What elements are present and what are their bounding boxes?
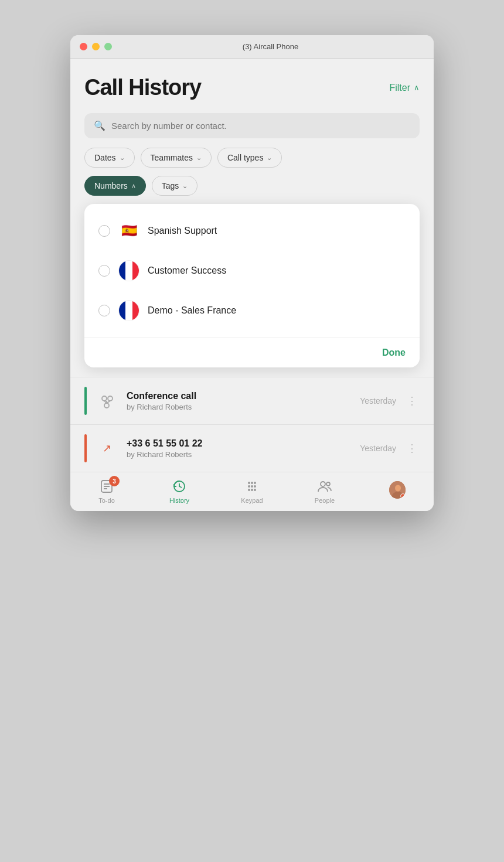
search-input[interactable] xyxy=(111,121,410,131)
more-options-icon[interactable]: ⋮ xyxy=(404,439,420,457)
minimize-button[interactable] xyxy=(92,43,100,50)
todo-label: To-do xyxy=(98,497,115,504)
avatar xyxy=(389,481,406,499)
dropdown-list: 🇪🇸 Spanish Support Customer Success xyxy=(84,204,420,338)
customer-success-label: Customer Success xyxy=(148,265,226,276)
dates-chevron-icon: ⌄ xyxy=(120,154,125,162)
dates-label: Dates xyxy=(94,153,116,162)
filter-label: Filter xyxy=(389,83,410,93)
call-list: Conference call by Richard Roberts Yeste… xyxy=(70,377,434,472)
svg-point-18 xyxy=(251,489,253,491)
svg-point-2 xyxy=(104,403,109,408)
bottom-nav: 3 To-do History xyxy=(70,472,434,511)
svg-point-20 xyxy=(321,482,325,486)
dropdown-footer: Done xyxy=(84,338,420,367)
numbers-chevron-icon: ∧ xyxy=(131,182,136,190)
customer-success-flag-icon xyxy=(118,260,139,281)
spanish-flag-icon: 🇪🇸 xyxy=(118,220,139,241)
more-options-icon[interactable]: ⋮ xyxy=(404,392,420,410)
customer-success-checkbox[interactable] xyxy=(98,265,110,277)
keypad-label: Keypad xyxy=(241,497,263,504)
spanish-support-checkbox[interactable] xyxy=(98,225,110,237)
svg-point-19 xyxy=(254,489,256,491)
arrow-up-right-icon: ↗ xyxy=(103,442,111,455)
todo-icon: 3 xyxy=(98,478,115,495)
list-item[interactable]: Customer Success xyxy=(84,251,420,291)
call-types-chevron-icon: ⌄ xyxy=(267,154,272,162)
filter-pills-row2: Numbers ∧ Tags ⌄ xyxy=(84,176,420,196)
svg-point-14 xyxy=(248,485,250,488)
tags-filter[interactable]: Tags ⌄ xyxy=(152,176,198,196)
sidebar-item-todo[interactable]: 3 To-do xyxy=(89,478,124,504)
call-types-filter[interactable]: Call types ⌄ xyxy=(217,148,282,168)
svg-point-17 xyxy=(248,489,250,491)
call-info: +33 6 51 55 01 22 by Richard Roberts xyxy=(127,438,352,459)
spanish-support-label: Spanish Support xyxy=(148,226,217,236)
profile-status-dot xyxy=(400,493,406,499)
svg-point-1 xyxy=(108,396,113,401)
call-time: Yesterday xyxy=(360,396,396,406)
search-icon: 🔍 xyxy=(94,120,105,131)
history-label: History xyxy=(169,497,189,504)
call-indicator-red xyxy=(84,434,87,462)
close-button[interactable] xyxy=(80,43,87,50)
teammates-chevron-icon: ⌄ xyxy=(196,154,202,162)
demo-sales-france-checkbox[interactable] xyxy=(98,305,110,316)
dates-filter[interactable]: Dates ⌄ xyxy=(84,148,135,168)
sidebar-item-profile[interactable] xyxy=(380,482,415,500)
svg-point-21 xyxy=(326,482,330,486)
profile-avatar xyxy=(389,482,406,498)
people-icon xyxy=(316,478,333,495)
titlebar: (3) Aircall Phone xyxy=(70,35,434,59)
table-row[interactable]: ↗ +33 6 51 55 01 22 by Richard Roberts Y… xyxy=(70,424,434,472)
call-title: Conference call xyxy=(127,391,352,401)
numbers-label: Numbers xyxy=(94,181,128,190)
todo-badge: 3 xyxy=(109,476,120,486)
app-window: (3) Aircall Phone Call History Filter ∧ … xyxy=(70,35,434,511)
call-types-label: Call types xyxy=(227,153,263,162)
sidebar-item-people[interactable]: People xyxy=(307,478,342,504)
filter-button[interactable]: Filter ∧ xyxy=(389,83,420,93)
page-title: Call History xyxy=(84,75,201,100)
call-subtitle: by Richard Roberts xyxy=(127,403,352,411)
list-item[interactable]: Demo - Sales France xyxy=(84,291,420,331)
call-indicator-green xyxy=(84,387,87,415)
numbers-filter[interactable]: Numbers ∧ xyxy=(84,176,146,196)
filter-pills: Dates ⌄ Teammates ⌄ Call types ⌄ xyxy=(84,148,420,168)
svg-point-11 xyxy=(248,482,250,484)
list-item[interactable]: 🇪🇸 Spanish Support xyxy=(84,211,420,251)
done-button[interactable]: Done xyxy=(382,347,406,358)
filter-chevron-icon: ∧ xyxy=(414,83,420,92)
svg-point-16 xyxy=(254,485,256,488)
table-row[interactable]: Conference call by Richard Roberts Yeste… xyxy=(70,377,434,424)
header-row: Call History Filter ∧ xyxy=(84,75,420,100)
demo-sales-france-label: Demo - Sales France xyxy=(148,305,236,316)
call-info: Conference call by Richard Roberts xyxy=(127,391,352,411)
call-subtitle: by Richard Roberts xyxy=(127,450,352,459)
numbers-dropdown: 🇪🇸 Spanish Support Customer Success xyxy=(84,204,420,367)
tags-chevron-icon: ⌄ xyxy=(182,182,188,190)
call-time: Yesterday xyxy=(360,444,396,453)
svg-point-12 xyxy=(251,482,253,484)
keypad-icon xyxy=(244,478,260,495)
window-title: (3) Aircall Phone xyxy=(117,42,424,51)
svg-point-0 xyxy=(102,396,107,401)
call-title: +33 6 51 55 01 22 xyxy=(127,438,352,449)
fullscreen-button[interactable] xyxy=(104,43,112,50)
teammates-filter[interactable]: Teammates ⌄ xyxy=(141,148,212,168)
history-icon xyxy=(171,478,188,495)
sidebar-item-keypad[interactable]: Keypad xyxy=(234,478,270,504)
demo-sales-france-flag-icon xyxy=(118,300,139,321)
teammates-label: Teammates xyxy=(151,153,193,162)
conference-icon xyxy=(95,389,118,413)
people-label: People xyxy=(315,497,335,504)
outbound-missed-icon: ↗ xyxy=(95,437,118,460)
tags-label: Tags xyxy=(162,181,179,190)
svg-point-15 xyxy=(251,485,253,488)
sidebar-item-history[interactable]: History xyxy=(162,478,197,504)
search-bar: 🔍 xyxy=(84,113,420,138)
svg-point-23 xyxy=(395,485,401,492)
main-content: Call History Filter ∧ 🔍 Dates ⌄ Teammate… xyxy=(70,59,434,472)
svg-point-13 xyxy=(254,482,256,484)
